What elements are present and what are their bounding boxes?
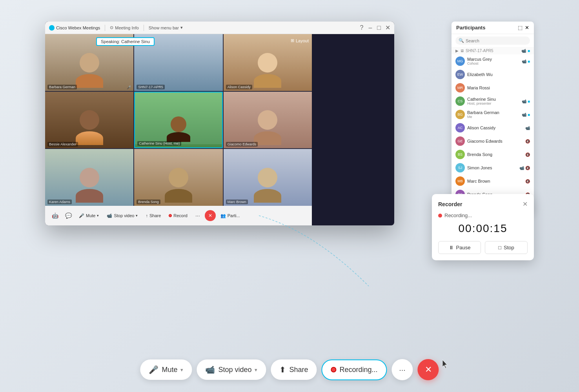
layout-btn[interactable]: ⊞ Layout [291,38,309,43]
avatar-3: CS [455,96,465,106]
p-role-4: Me [467,115,519,119]
chevron-mute-icon: ▾ [180,367,183,373]
chevron-down-icon: ▾ [180,25,183,30]
participant-item-4[interactable]: BG Barbara German Me 📹 ■ [452,108,534,121]
p-name-4: Barbara German [467,110,519,115]
p-icons-3: 📹 ■ [522,99,530,103]
video-cell-4[interactable]: Catherine Sinu (Host, me) [134,92,222,149]
speaking-indicator: Speaking: Catherine Sinu [96,37,155,46]
minimize-btn[interactable]: – [368,25,373,31]
participant-item-5[interactable]: AC Alison Cassidy 📹 [452,121,534,134]
participant-item-7[interactable]: BS Brenda Song 🔇 [452,148,534,161]
video-cell-7[interactable]: Brenda Song [134,149,222,206]
record-btn[interactable]: Record [166,211,190,220]
microphone-icon-lg: 🎤 [149,365,158,374]
close-panel-btn[interactable]: ✕ [525,25,529,31]
participant-item-2[interactable]: MR Maria Rossi [452,81,534,94]
search-bar: 🔍 [455,36,530,45]
participant-item-8[interactable]: SJ Simon Jones 📹 🔇 [452,161,534,174]
p-icons-9: 🔇 [525,179,530,183]
video-cell-8[interactable]: Marc Brown [224,149,312,206]
p-role-3: Host, presenter [467,102,519,105]
end-call-btn-small[interactable]: ✕ [205,210,216,221]
p-name-8: Simon Jones [467,165,517,170]
recording-bottom-btn[interactable]: Recording... [322,359,387,380]
p-name-9: Marc Brown [467,179,523,183]
p-video-icon-0: 📹 [522,59,526,64]
p-info-9: Marc Brown [467,179,523,183]
pause-icon: ⏸ [449,245,454,250]
group-expand-icon: ▶ [455,49,459,53]
recording-timer: 00:00:15 [438,222,528,235]
title-bar: Cisco Webex Meetings ⊙ Meeting Info Show… [45,22,394,34]
p-video-icon-8: 📹 [519,166,524,170]
p-video-icon-5: 📹 [525,126,530,130]
person-face-6 [45,149,133,206]
more-btn-small[interactable]: ··· [192,210,203,221]
p-name-6: Giacomo Edwards [467,139,523,143]
close-btn[interactable]: ✕ [385,25,390,31]
p-icons-8: 📹 🔇 [519,166,530,170]
participant-item-0[interactable]: MG Marcus Grey Cohost 📹 ■ [452,54,534,68]
show-menu-bar-btn[interactable]: Show menu bar ▾ [149,25,183,30]
help-btn[interactable]: ? [359,25,364,31]
pop-out-btn[interactable]: ⬚ [518,25,523,31]
meeting-info-btn[interactable]: ⊙ Meeting Info [110,25,139,30]
p-name-1: Elizabeth Wu [467,72,530,77]
chat-btn[interactable]: 💬 [62,210,74,221]
mute-bottom-btn[interactable]: 🎤 Mute ▾ [140,359,192,380]
avatar-1: EW [455,70,465,79]
video-cell-5[interactable]: Giacomo Edwards [224,92,312,149]
person-face-3 [45,92,133,149]
end-call-icon: ✕ [425,365,432,375]
video-icon: 📹 [107,213,112,218]
share-btn[interactable]: ↑ Share [142,211,164,220]
end-call-bottom-btn[interactable]: ✕ [418,359,439,380]
cell-label-1: SHN7-17-APR5 [137,85,165,89]
maximize-btn[interactable]: □ [376,25,382,31]
cell-label-7: Brenda Song [137,200,160,204]
ai-btn[interactable]: 🤖 [49,210,61,221]
p-info-0: Marcus Grey Cohost [467,57,519,65]
meeting-window: Cisco Webex Meetings ⊙ Meeting Info Show… [45,22,394,225]
avatar-8: SJ [455,163,465,172]
participant-item-1[interactable]: EW Elizabeth Wu [452,68,534,81]
mute-btn[interactable]: 🎤 Mute ▾ [76,211,102,220]
recorder-header: Recorder ✕ [438,200,528,208]
cell-label-5: Giacomo Edwards [226,142,258,147]
more-bottom-btn[interactable]: ··· [392,359,413,380]
participant-item-3[interactable]: CS Catherine Sinu Host, presenter 📹 ■ [452,94,534,108]
panel-title: Participants [456,25,485,31]
recorder-close-btn[interactable]: ✕ [523,200,528,208]
recording-dot [438,214,442,218]
group-status-icon: ■ [528,49,530,53]
p-info-1: Elizabeth Wu [467,72,530,77]
p-status-icon-0: ■ [528,59,530,64]
stop-video-bottom-btn[interactable]: 📹 Stop video ▾ [197,359,266,380]
participant-list: ▶ 🖥 SHN7-17-APR5 📹 ■ MG Marcus Grey Coho… [452,47,534,208]
video-cell-3[interactable]: Bessie Alexander [45,92,133,149]
participant-item-6[interactable]: GE Giacomo Edwards 🔇 [452,134,534,148]
participant-item-9[interactable]: MB Marc Brown 🔇 [452,174,534,188]
recorder-popup: Recorder ✕ Recording... 00:00:15 ⏸ Pause… [432,194,534,260]
share-bottom-btn[interactable]: ⬆ Share [271,359,317,380]
group-header: ▶ 🖥 SHN7-17-APR5 📹 ■ [452,47,534,54]
p-icons-0: 📹 ■ [522,59,530,64]
avatar-7: BS [455,150,465,159]
record-dot [169,214,172,217]
panel-header: Participants ⬚ ✕ [452,22,534,34]
stop-btn[interactable]: □ Stop [485,241,528,254]
participants-btn-small[interactable]: 👥 Parti... [217,211,243,220]
p-name-7: Brenda Song [467,152,523,157]
search-input[interactable] [466,38,527,43]
cell-label-6: Karen Adams [47,200,72,204]
video-icon-lg: 📹 [205,365,215,374]
divider-1 [105,25,105,31]
p-name-5: Alison Cassidy [467,125,523,130]
video-cell-6[interactable]: Karen Adams [45,149,133,206]
stop-video-btn[interactable]: 📹 Stop video ▾ [104,211,141,220]
app-title: Cisco Webex Meetings [56,25,100,30]
p-info-7: Brenda Song [467,152,523,157]
pause-btn[interactable]: ⏸ Pause [438,241,481,254]
video-grid: Barbara German 🎤 SHN7-17-APR5 Alison [45,34,312,206]
